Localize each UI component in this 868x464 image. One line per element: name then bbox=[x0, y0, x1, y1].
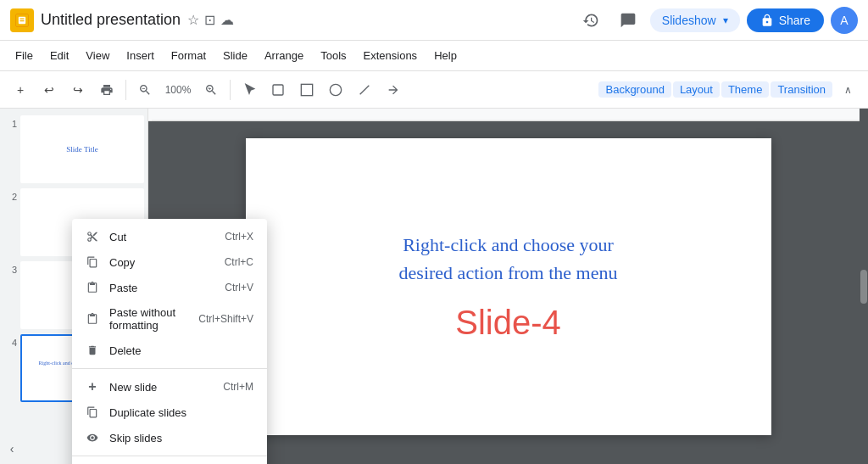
toolbar-divider-1 bbox=[125, 80, 126, 100]
cursor-tool[interactable] bbox=[236, 76, 263, 103]
line-tool[interactable] bbox=[351, 76, 378, 103]
app-logo bbox=[10, 8, 34, 32]
avatar[interactable]: A bbox=[831, 7, 858, 34]
slide-preview-inner-1: Slide Title bbox=[22, 117, 142, 182]
ctx-delete[interactable]: Delete bbox=[72, 338, 267, 363]
header-right: Slideshow ▾ Share A bbox=[576, 5, 858, 36]
arrow-tool[interactable] bbox=[380, 76, 407, 103]
chat-button[interactable] bbox=[613, 5, 643, 36]
drive-icon[interactable]: ⊡ bbox=[204, 12, 215, 28]
menu-view[interactable]: View bbox=[77, 46, 118, 65]
undo-button[interactable]: ↩ bbox=[36, 76, 63, 103]
menu-bar: File Edit View Insert Format Slide Arran… bbox=[0, 41, 868, 71]
slide-num-3: 3 bbox=[3, 265, 17, 275]
ctx-copy-label: Copy bbox=[109, 256, 214, 269]
ctx-paste-no-format-label: Paste without formatting bbox=[109, 306, 188, 332]
star-icon[interactable]: ☆ bbox=[187, 12, 199, 28]
add-slide-button[interactable]: + bbox=[7, 76, 34, 103]
menu-insert[interactable]: Insert bbox=[118, 46, 163, 65]
ctx-new-slide-label: New slide bbox=[109, 381, 213, 394]
toolbar-divider-2 bbox=[230, 80, 231, 100]
ctx-duplicate-label: Duplicate slides bbox=[109, 406, 253, 419]
menu-tools[interactable]: Tools bbox=[312, 46, 354, 65]
menu-format[interactable]: Format bbox=[163, 46, 214, 65]
menu-edit[interactable]: Edit bbox=[42, 46, 77, 65]
shape-rect-tool[interactable] bbox=[293, 76, 320, 103]
svg-rect-1 bbox=[20, 18, 25, 19]
slide-title-text: Slide-4 bbox=[455, 304, 561, 342]
toolbar-right: Background Layout Theme Transition bbox=[598, 81, 832, 98]
menu-file[interactable]: File bbox=[7, 46, 42, 65]
ctx-paste-no-format[interactable]: Paste without formatting Ctrl+Shift+V bbox=[72, 300, 267, 338]
ctx-cut-shortcut: Ctrl+X bbox=[225, 231, 253, 243]
ctx-copy[interactable]: Copy Ctrl+C bbox=[72, 249, 267, 275]
toolbar-collapse[interactable]: ∧ bbox=[834, 76, 861, 103]
panel-nav-left[interactable]: ‹ bbox=[3, 440, 20, 457]
ctx-new-slide[interactable]: + New slide Ctrl+M bbox=[72, 374, 267, 400]
copy-icon bbox=[86, 255, 99, 269]
slide-num-1: 1 bbox=[3, 119, 17, 129]
ctx-paste-no-format-shortcut: Ctrl+Shift+V bbox=[198, 313, 253, 325]
slide-num-2: 2 bbox=[3, 192, 17, 202]
slide-content: Right-click and choose your desired acti… bbox=[246, 138, 771, 435]
ctx-skip-label: Skip slides bbox=[109, 432, 253, 444]
ctx-divider-2 bbox=[72, 456, 267, 456]
scroll-thumb bbox=[860, 270, 867, 304]
history-button[interactable] bbox=[576, 5, 606, 36]
svg-line-6 bbox=[360, 85, 370, 94]
share-button[interactable]: Share bbox=[747, 8, 824, 32]
svg-rect-3 bbox=[273, 85, 283, 95]
ctx-copy-shortcut: Ctrl+C bbox=[225, 256, 253, 268]
print-button[interactable] bbox=[93, 76, 120, 103]
duplicate-icon bbox=[86, 405, 99, 419]
cut-icon bbox=[86, 230, 99, 243]
shape-circle-tool[interactable] bbox=[322, 76, 349, 103]
ctx-delete-label: Delete bbox=[109, 344, 243, 357]
skip-icon bbox=[86, 431, 99, 444]
menu-help[interactable]: Help bbox=[426, 46, 465, 65]
zoom-level[interactable]: 100% bbox=[160, 76, 196, 103]
menu-extensions[interactable]: Extensions bbox=[355, 46, 426, 65]
layout-button[interactable]: Layout bbox=[673, 81, 720, 98]
slide-canvas: Right-click and choose your desired acti… bbox=[246, 138, 771, 435]
menu-arrange[interactable]: Arrange bbox=[256, 46, 312, 65]
slide-thumb-1: 1 Slide Title bbox=[3, 115, 144, 183]
theme-button[interactable]: Theme bbox=[721, 81, 769, 98]
ctx-paste[interactable]: Paste Ctrl+V bbox=[72, 275, 267, 300]
delete-icon bbox=[86, 344, 99, 357]
select-tool[interactable] bbox=[264, 76, 292, 103]
svg-rect-4 bbox=[301, 84, 312, 95]
redo-button[interactable]: ↪ bbox=[64, 76, 92, 103]
background-button[interactable]: Background bbox=[598, 81, 670, 98]
ctx-skip-slides[interactable]: Skip slides bbox=[72, 425, 267, 450]
ctx-cut[interactable]: Cut Ctrl+X bbox=[72, 224, 267, 249]
svg-point-5 bbox=[330, 84, 341, 95]
share-label: Share bbox=[779, 14, 810, 27]
ctx-paste-shortcut: Ctrl+V bbox=[225, 282, 253, 293]
ctx-duplicate-slides[interactable]: Duplicate slides bbox=[72, 400, 267, 425]
transition-button[interactable]: Transition bbox=[771, 81, 832, 98]
cloud-icon[interactable]: ☁ bbox=[220, 12, 234, 28]
zoom-out-button[interactable] bbox=[131, 76, 159, 103]
slide-preview-1[interactable]: Slide Title bbox=[20, 115, 144, 183]
new-slide-icon: + bbox=[86, 380, 99, 394]
paste-no-format-icon bbox=[86, 312, 99, 326]
menu-slide[interactable]: Slide bbox=[214, 46, 256, 65]
paste-icon bbox=[86, 281, 99, 294]
slideshow-button[interactable]: Slideshow ▾ bbox=[650, 8, 740, 32]
ctx-paste-label: Paste bbox=[109, 282, 214, 294]
context-menu: Cut Ctrl+X Copy Ctrl+C Paste Ctrl+V Past… bbox=[72, 219, 267, 464]
slide-num-4: 4 bbox=[3, 338, 17, 348]
main-area: 1 Slide Title 2 3 bbox=[0, 109, 868, 464]
title-bar: Untitled presentation ☆ ⊡ ☁ Slideshow ▾ … bbox=[0, 0, 868, 41]
slide-main-text: Right-click and choose your desired acti… bbox=[399, 231, 618, 287]
zoom-in-button[interactable] bbox=[198, 76, 225, 103]
ctx-new-slide-shortcut: Ctrl+M bbox=[223, 381, 253, 393]
ctx-cut-label: Cut bbox=[109, 231, 214, 243]
ruler-top bbox=[148, 109, 860, 121]
document-title: Untitled presentation bbox=[41, 11, 181, 29]
ctx-divider-1 bbox=[72, 368, 267, 369]
scrollbar-right[interactable] bbox=[860, 109, 868, 464]
slideshow-label: Slideshow bbox=[662, 14, 716, 27]
toolbar: + ↩ ↪ 100% Background Layout Theme Trans… bbox=[0, 71, 868, 109]
